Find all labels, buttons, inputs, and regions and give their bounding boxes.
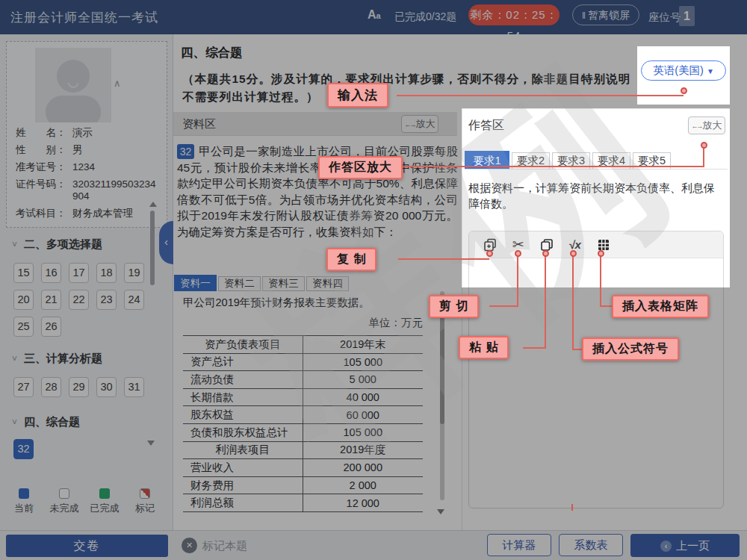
legend-item: 已完成 — [85, 488, 124, 515]
question-number-31[interactable]: 31 — [124, 377, 144, 397]
table-cell-value: 2 000 — [303, 476, 423, 494]
info-row: 性 别：男 — [16, 144, 162, 156]
table-row: 股东权益60 000 — [183, 406, 423, 424]
material-panel-title: 资料区 — [182, 117, 216, 131]
question-number-22[interactable]: 22 — [69, 290, 89, 310]
question-number-26[interactable]: 26 — [41, 317, 61, 337]
resize-arrows-icon: ←→ — [405, 121, 415, 128]
nav-section-label: 二、多项选择题 — [24, 237, 102, 250]
question-number-32[interactable]: 32 — [13, 439, 34, 459]
answer-panel-title: 作答区 — [468, 118, 504, 134]
top-bar: 注册会计师全国统一考试 Aa 已完成0/32题 剩余：02：25：54 ‖暂离锁… — [0, 0, 747, 34]
table-cell-value: 5 000 — [303, 371, 423, 389]
nav-section-header[interactable]: ˅二、多项选择题 — [12, 237, 102, 252]
annotation-insert-formula: 插入公式符号 — [582, 337, 679, 361]
question-number-23[interactable]: 23 — [96, 290, 117, 310]
answer-zoom-button[interactable]: ←→放大 — [688, 116, 725, 134]
chevron-down-icon: ˅ — [12, 240, 17, 250]
calculator-button[interactable]: 计算器 — [487, 534, 551, 556]
undone-swatch — [59, 488, 69, 499]
question-number-17[interactable]: 17 — [69, 263, 89, 283]
question-number-row: 2526 — [13, 317, 61, 337]
nav-scroll-up-icon[interactable] — [149, 202, 157, 207]
material-tab-资料二[interactable]: 资料二 — [218, 276, 261, 291]
question-number-row: 32 — [13, 439, 34, 459]
material-tabs: 资料一资料二资料三资料四 — [174, 275, 349, 291]
sidebar-scroll-down-icon[interactable] — [147, 441, 155, 446]
sidebar-collapse-handle[interactable]: ‹ — [159, 221, 173, 264]
editor-toolbar: ✂√x — [469, 231, 723, 258]
submit-exam-button[interactable]: 交卷 — [6, 535, 168, 557]
legend-item: 未完成 — [45, 488, 84, 515]
question-number-29[interactable]: 29 — [69, 377, 89, 397]
material-scroll-down-icon[interactable] — [437, 509, 444, 514]
nav-section-header[interactable]: ˅四、综合题 — [12, 415, 80, 429]
legend-label: 标记 — [135, 502, 155, 515]
question-number-row: 2728293031 — [13, 377, 144, 397]
question-number-15[interactable]: 15 — [13, 263, 34, 283]
question-number-24[interactable]: 24 — [124, 290, 144, 310]
question-number-25[interactable]: 25 — [13, 317, 34, 337]
question-number-16[interactable]: 16 — [41, 263, 61, 283]
material-tab-资料三[interactable]: 资料三 — [262, 276, 305, 291]
nav-section-label: 三、计算分析题 — [24, 352, 102, 364]
pause-lock-button[interactable]: ‖暂离锁屏 — [572, 4, 639, 25]
chevron-down-icon: ▼ — [707, 67, 714, 75]
legend-label: 当前 — [14, 502, 34, 515]
nav-scrollbar-thumb[interactable] — [150, 211, 155, 285]
answer-editor[interactable]: ✂√x — [468, 231, 724, 508]
chevron-down-icon: ˅ — [12, 354, 17, 364]
table-cell-value: 12 000 — [303, 494, 423, 512]
mark-question-label[interactable]: 标记本题 — [202, 539, 247, 553]
connector-line — [600, 256, 601, 307]
table-cell-item: 资产总计 — [183, 353, 303, 371]
table-cell-item: 流动负债 — [183, 371, 303, 389]
question-number-27[interactable]: 27 — [13, 377, 34, 397]
material-tab-资料一[interactable]: 资料一 — [174, 275, 217, 291]
input-language-dropdown[interactable]: 英语(美国)▼ — [641, 60, 726, 81]
question-number-21[interactable]: 21 — [41, 290, 61, 310]
table-row: 资产负债表项目2019年末 — [183, 336, 423, 354]
legend-label: 已完成 — [90, 502, 120, 515]
material-zoom-button[interactable]: ←→放大 — [401, 115, 438, 133]
section-instructions: （本题共15分。涉及计算的，要求列出计算步骤，否则不得分，除非题目特别说明不需要… — [182, 70, 642, 106]
dim-overlay — [730, 108, 747, 287]
question-number-18[interactable]: 18 — [96, 263, 117, 283]
previous-page-button[interactable]: ‹上一页 — [630, 534, 740, 557]
question-text: 32甲公司是一家制造业上市公司，目前公司股票每股45元，预计股价未来增长率8%。… — [177, 143, 458, 240]
mark-question-icon[interactable]: ✕ — [182, 538, 197, 553]
info-label: 考试科目： — [16, 208, 72, 220]
table-cell-value: 105 000 — [303, 423, 423, 441]
question-number-19[interactable]: 19 — [124, 263, 144, 283]
nav-section-header[interactable]: ˅三、计算分析题 — [12, 352, 102, 366]
collapse-caret-icon[interactable]: ∧ — [114, 78, 121, 89]
candidate-info-card: ∧ 姓 名：演示性 别：男准考证号：1234证件号码：3203211995032… — [6, 41, 167, 228]
connector-dot — [570, 250, 577, 257]
coefficient-table-button[interactable]: 系数表 — [559, 534, 623, 556]
connector-line — [703, 148, 704, 167]
annotation-input-method: 输入法 — [327, 83, 388, 108]
table-row: 利润总额12 000 — [183, 494, 423, 512]
connector-dot — [515, 250, 521, 257]
info-row: 证件号码：320321199503234904 — [16, 178, 162, 202]
table-caption: 甲公司2019年预计财务报表主要数据。 — [183, 296, 370, 310]
time-remaining-badge: 剩余：02：25：54 — [468, 4, 560, 25]
table-cell-item: 负债和股东权益总计 — [183, 423, 303, 441]
legend-label: 未完成 — [50, 502, 79, 515]
resize-arrows-icon: ←→ — [692, 122, 702, 130]
table-grid-icon[interactable] — [595, 237, 611, 252]
info-row: 姓 名：演示 — [16, 127, 162, 139]
question-number-30[interactable]: 30 — [96, 377, 117, 397]
connector-line — [398, 258, 489, 260]
question-number-28[interactable]: 28 — [41, 377, 61, 397]
table-cell-item: 财务费用 — [183, 476, 303, 494]
font-size-icon[interactable]: Aa — [368, 8, 381, 22]
question-number-20[interactable]: 20 — [13, 290, 34, 310]
material-tab-资料四[interactable]: 资料四 — [306, 276, 349, 291]
info-value: 演示 — [72, 127, 161, 139]
table-cell-value: 105 000 — [303, 353, 423, 371]
pause-icon: ‖ — [582, 10, 586, 21]
table-row: 财务费用2 000 — [183, 476, 423, 494]
question-number-row: 2021222324 — [13, 290, 144, 310]
done-swatch — [99, 488, 110, 499]
